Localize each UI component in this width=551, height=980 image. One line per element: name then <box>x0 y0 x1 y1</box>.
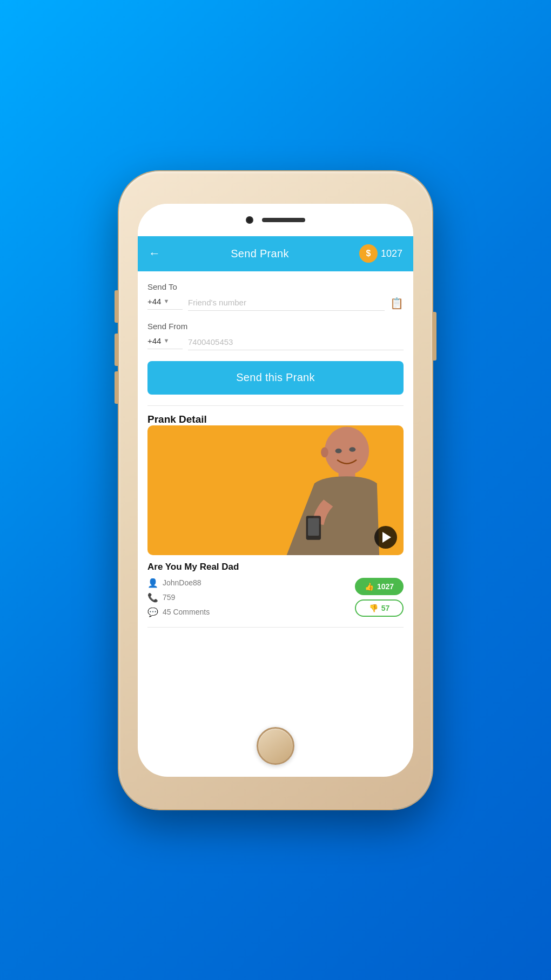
prank-detail-title: Prank Detail <box>147 414 207 425</box>
thumbs-up-icon: 👍 <box>365 582 374 591</box>
meta-left: 👤 JohnDoe88 📞 759 💬 45 Comments <box>147 578 210 617</box>
like-count: 1027 <box>377 582 394 591</box>
send-from-section: Send From +44 ▼ <box>147 322 404 350</box>
send-prank-button[interactable]: Send this Prank <box>147 361 404 395</box>
prank-meta: 👤 JohnDoe88 📞 759 💬 45 Comments <box>147 578 404 617</box>
send-to-label: Send To <box>147 282 404 291</box>
author-name: JohnDoe88 <box>163 578 201 587</box>
svg-rect-3 <box>308 518 319 536</box>
screen-content: ← Send Prank $ 1027 Send To +44 ▼ <box>138 236 413 723</box>
prank-thumbnail <box>147 425 404 555</box>
send-from-country-select[interactable]: +44 ▼ <box>147 336 183 349</box>
chevron-down-icon: ▼ <box>163 298 169 304</box>
prank-detail-heading: Prank Detail <box>147 414 404 425</box>
send-from-label: Send From <box>147 322 404 331</box>
thumbs-down-icon: 👎 <box>369 604 378 612</box>
send-to-country-code: +44 <box>147 297 161 306</box>
send-to-input[interactable] <box>188 296 385 311</box>
author-item: 👤 JohnDoe88 <box>147 578 210 588</box>
play-icon <box>382 532 391 543</box>
send-from-input[interactable] <box>188 335 404 350</box>
phone-camera <box>246 216 253 224</box>
svg-point-6 <box>350 447 356 452</box>
send-from-row: +44 ▼ <box>147 335 404 350</box>
phone-icon: 📞 <box>147 592 158 603</box>
like-button[interactable]: 👍 1027 <box>355 578 404 595</box>
back-button[interactable]: ← <box>149 246 160 261</box>
divider-2 <box>147 627 404 628</box>
app-header: ← Send Prank $ 1027 <box>138 236 413 271</box>
svg-point-4 <box>321 447 328 457</box>
play-count: 759 <box>163 593 175 602</box>
send-to-row: +44 ▼ 📋 <box>147 296 404 311</box>
home-button[interactable] <box>257 727 294 765</box>
phone-top-bar <box>138 204 413 236</box>
dislike-button[interactable]: 👎 57 <box>355 599 404 617</box>
contacts-icon[interactable]: 📋 <box>390 297 404 310</box>
comments-count: 45 Comments <box>163 608 210 616</box>
coin-badge: $ 1027 <box>359 244 402 263</box>
send-from-country-code: +44 <box>147 336 161 345</box>
comment-icon: 💬 <box>147 607 158 617</box>
vote-buttons: 👍 1027 👎 57 <box>355 578 404 617</box>
plays-item: 📞 759 <box>147 592 210 603</box>
header-title: Send Prank <box>231 248 289 260</box>
phone-screen: ← Send Prank $ 1027 Send To +44 ▼ <box>138 204 413 777</box>
comments-item: 💬 45 Comments <box>147 607 210 617</box>
send-to-section: Send To +44 ▼ 📋 <box>147 282 404 311</box>
user-icon: 👤 <box>147 578 158 588</box>
main-content: Send To +44 ▼ 📋 Send From <box>138 271 413 646</box>
coin-amount: 1027 <box>381 248 402 259</box>
phone-frame: ← Send Prank $ 1027 Send To +44 ▼ <box>119 171 432 809</box>
chevron-down-icon-2: ▼ <box>163 337 169 344</box>
coin-icon: $ <box>359 244 378 263</box>
divider-1 <box>147 405 404 406</box>
prank-title: Are You My Real Dad <box>147 562 404 572</box>
phone-speaker <box>262 218 305 222</box>
svg-point-0 <box>325 426 369 475</box>
send-to-country-select[interactable]: +44 ▼ <box>147 297 183 310</box>
play-button[interactable] <box>374 526 397 549</box>
dislike-count: 57 <box>381 604 390 612</box>
svg-point-5 <box>335 448 342 453</box>
